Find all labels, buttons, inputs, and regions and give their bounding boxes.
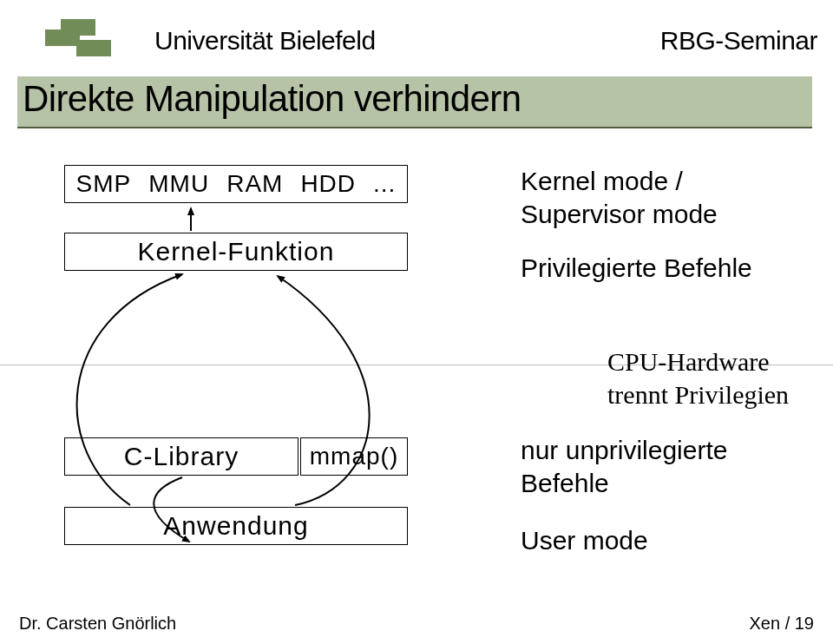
header-institution: Universität Bielefeld [154, 26, 376, 56]
kernel-function-label: Kernel-Funktion [138, 237, 335, 266]
hardware-row-box: SMP MMU RAM HDD ... [64, 165, 408, 203]
unpriv-line1: nur unprivilegierte [521, 434, 727, 467]
hw-item: ... [373, 170, 396, 198]
mmap-box: mmap() [300, 437, 408, 476]
logo [45, 19, 115, 61]
hw-item: RAM [226, 170, 283, 198]
page-title: Direkte Manipulation verhindern [23, 76, 817, 122]
kernel-mode-line2: Supervisor mode [521, 198, 718, 231]
mmap-label: mmap() [310, 443, 398, 470]
application-label: Anwendung [163, 511, 308, 541]
hw-item: HDD [300, 170, 356, 198]
footer-page-number: Xen / 19 [749, 614, 814, 634]
footer-author: Dr. Carsten Gnörlich [19, 614, 176, 634]
cpu-hardware-annotation: CPU-Hardware trennt Privilegien [607, 345, 789, 411]
unprivileged-commands-annotation: nur unprivilegierte Befehle [521, 434, 727, 500]
kernel-mode-line1: Kernel mode / [521, 165, 718, 198]
cpu-hw-line1: CPU-Hardware [607, 345, 789, 378]
hw-item: SMP [76, 170, 132, 198]
privileged-commands-annotation: Privilegierte Befehle [521, 252, 752, 285]
hw-item: MMU [148, 170, 209, 198]
c-library-label: C-Library [124, 442, 239, 471]
c-library-box: C-Library [64, 437, 298, 476]
kernel-function-box: Kernel-Funktion [64, 233, 408, 271]
user-mode-annotation: User mode [521, 524, 648, 557]
application-box: Anwendung [64, 507, 408, 545]
unpriv-line2: Befehle [521, 467, 727, 500]
kernel-mode-annotation: Kernel mode / Supervisor mode [521, 165, 718, 231]
header-seminar: RBG-Seminar [660, 26, 817, 56]
cpu-hw-line2: trennt Privilegien [607, 378, 789, 411]
slide-page: Universität Bielefeld RBG-Seminar Direkt… [0, 0, 833, 644]
